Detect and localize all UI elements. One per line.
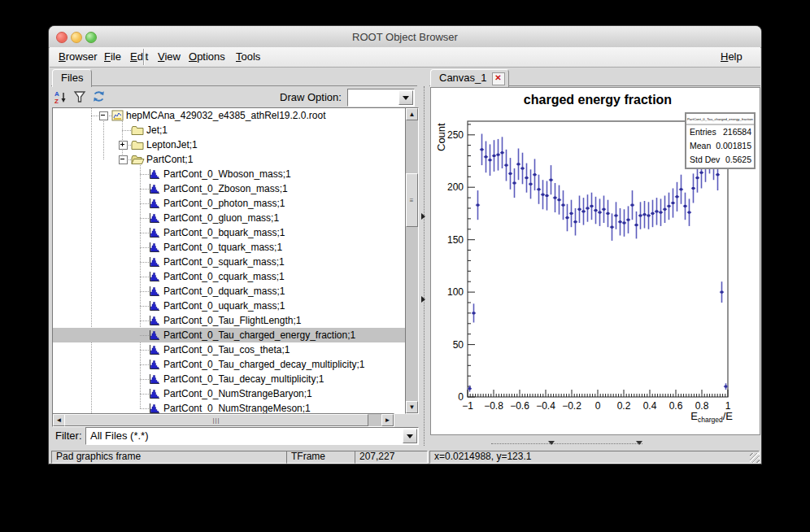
tree-item[interactable]: PartCont_0_bquark_mass;1 <box>53 225 405 240</box>
menu-item-options[interactable]: Options <box>182 50 232 64</box>
filter-dropdown-button[interactable] <box>403 429 417 443</box>
tree-item[interactable]: PartCont_0_Wboson_mass;1 <box>53 167 405 181</box>
chevron-down-icon <box>407 434 413 438</box>
tree-item[interactable]: PartCont_0_squark_mass;1 <box>53 255 405 269</box>
tab-files[interactable]: Files <box>52 69 92 87</box>
menu-item-tools[interactable]: Tools <box>229 50 267 64</box>
tree-item-label: PartCont_0_Tau_decay_multiplicity;1 <box>163 373 324 385</box>
panel-splitter[interactable] <box>424 86 425 446</box>
svg-text:Entries: Entries <box>690 127 716 137</box>
menu-separator <box>143 49 145 65</box>
tree-stub-line <box>122 130 131 131</box>
shutter-arrow-icon[interactable] <box>636 441 642 445</box>
tree-item[interactable]: LeptonJet;1 <box>53 137 405 152</box>
tree-item-label: PartCont_0_dquark_mass;1 <box>163 286 285 297</box>
tree-item[interactable]: PartCont_0_gluon_mass;1 <box>53 211 405 225</box>
histogram-plot[interactable]: charged energy fraction−1−0.8−0.6−0.4−0.… <box>431 88 760 434</box>
tree-stub-line <box>140 203 149 204</box>
close-icon[interactable]: ✕ <box>492 72 505 85</box>
vscrollbar-thumb[interactable]: ≡ <box>406 173 418 227</box>
svg-text:0: 0 <box>595 400 601 412</box>
scroll-up-icon[interactable]: ▲ <box>406 108 418 120</box>
collapse-icon[interactable] <box>99 111 108 120</box>
svg-text:Mean: Mean <box>690 141 711 150</box>
canvas-tab-label: Canvas_1 <box>439 72 487 84</box>
tree-hscrollbar[interactable]: ◄ ||| ► <box>52 413 394 427</box>
splitter-arrow-icon[interactable] <box>421 296 425 303</box>
tree-item[interactable]: Jet;1 <box>53 123 405 137</box>
draw-option-dropdown-button[interactable] <box>398 90 413 105</box>
tree-item-label: PartCont;1 <box>146 154 193 165</box>
tree-item-label: PartCont_0_Tau_cos_theta;1 <box>163 344 290 355</box>
tree-item-label: PartCont_0_NumStrangeBaryon;1 <box>163 388 312 399</box>
tree-item[interactable]: PartCont;1 <box>53 152 405 167</box>
menu-item-help[interactable]: Help <box>714 50 749 64</box>
status-pixel-coords: 207,227 <box>355 451 428 464</box>
canvas-pad[interactable]: charged energy fraction−1−0.8−0.6−0.4−0.… <box>430 87 760 435</box>
refresh-icon[interactable] <box>92 89 106 103</box>
status-data-coords: x=0.0214988, y=123.1 <box>429 451 760 464</box>
tree-item[interactable]: PartCont_0_Tau_decay_multiplicity;1 <box>53 372 405 386</box>
tree-item[interactable]: PartCont_0_Tau_cos_theta;1 <box>53 342 405 357</box>
collapse-icon[interactable] <box>119 155 128 164</box>
sort-az-icon[interactable]: AZ <box>54 89 68 104</box>
tree-item[interactable]: PartCont_0_dquark_mass;1 <box>53 284 405 299</box>
tree-item-label: PartCont_0_Tau_charged_decay_multiplicit… <box>163 359 364 370</box>
svg-text:−0.6: −0.6 <box>510 400 529 412</box>
svg-text:Count: Count <box>435 123 447 151</box>
tree-item[interactable]: PartCont_0_cquark_mass;1 <box>53 269 405 284</box>
tree-stub-line <box>140 364 149 365</box>
expand-icon[interactable] <box>119 141 128 150</box>
tree-stub-line <box>140 394 149 395</box>
filter-combobox[interactable]: All Files (*.*) <box>85 427 419 445</box>
tree-stub-line <box>140 306 149 307</box>
tree-item-label: PartCont_0_bquark_mass;1 <box>163 227 285 238</box>
file-tree[interactable]: hepMCAna_429032_e4385_athRel19.2.0.rootJ… <box>52 107 406 414</box>
shutter-arrow-icon[interactable] <box>548 441 555 445</box>
tree-vscrollbar[interactable]: ▲ ≡ ▼ <box>405 107 419 414</box>
svg-text:Z: Z <box>54 98 59 104</box>
tree-item-label: PartCont_0_Wboson_mass;1 <box>163 168 291 180</box>
svg-text:PartCont_0_Tau_charged_energy_: PartCont_0_Tau_charged_energy_fraction <box>687 117 754 121</box>
svg-text:0.5625: 0.5625 <box>725 155 751 164</box>
menu-item-browser[interactable]: Browser <box>52 50 104 64</box>
screen: ROOT Object Browser BrowserFileEditViewO… <box>0 0 810 532</box>
draw-option-combobox[interactable] <box>347 89 415 107</box>
svg-text:−1: −1 <box>462 400 473 412</box>
tree-stub-line <box>140 335 149 336</box>
filter-funnel-icon[interactable] <box>73 90 86 103</box>
tree-item[interactable]: PartCont_0_Tau_FlightLength;1 <box>53 313 405 328</box>
splitter-arrow-icon[interactable] <box>421 213 425 220</box>
tab-canvas-1[interactable]: Canvas_1 ✕ <box>430 69 509 87</box>
tree-item[interactable]: PartCont_0_NumStrangeMeson;1 <box>53 401 405 414</box>
tree-stub-line <box>140 291 149 292</box>
tree-item[interactable]: PartCont_0_Tau_charged_decay_multiplicit… <box>53 357 405 372</box>
resize-grip[interactable] <box>750 453 760 463</box>
tree-item[interactable]: hepMCAna_429032_e4385_athRel19.2.0.root <box>53 108 405 123</box>
tree-item-label: PartCont_0_NumStrangeMeson;1 <box>163 403 311 414</box>
svg-text:150: 150 <box>447 234 464 246</box>
tree-stub-line <box>140 321 149 321</box>
scroll-left-icon[interactable]: ◄ <box>53 414 65 426</box>
menu-item-edit[interactable]: Edit <box>124 50 155 64</box>
canvas-shutter <box>491 443 642 444</box>
stats-box: PartCont_0_Tau_charged_energy_fractionEn… <box>686 113 755 168</box>
tree-item-label: PartCont_0_Zboson_mass;1 <box>163 183 288 194</box>
tree-item-label: PartCont_0_tquark_mass;1 <box>163 242 282 253</box>
tree-item-label: PartCont_0_Tau_charged_energy_fraction;1 <box>163 329 355 341</box>
tree-item[interactable]: PartCont_0_tquark_mass;1 <box>53 240 405 255</box>
svg-text:Std Dev: Std Dev <box>690 155 721 164</box>
tree-item[interactable]: PartCont_0_Tau_charged_energy_fraction;1 <box>53 328 405 342</box>
tree-item[interactable]: PartCont_0_photon_mass;1 <box>53 196 405 211</box>
tree-stub-line <box>140 233 149 233</box>
tree-item[interactable]: PartCont_0_uquark_mass;1 <box>53 299 405 313</box>
tree-item-label: hepMCAna_429032_e4385_athRel19.2.0.root <box>126 110 326 121</box>
scroll-down-icon[interactable]: ▼ <box>406 401 418 413</box>
tree-item[interactable]: PartCont_0_Zboson_mass;1 <box>53 181 405 196</box>
svg-text:0: 0 <box>458 391 464 403</box>
hscrollbar-thumb[interactable]: ||| <box>64 414 368 426</box>
tree-stub-line <box>140 262 149 263</box>
tree-item[interactable]: PartCont_0_NumStrangeBaryon;1 <box>53 386 405 401</box>
scroll-right-icon[interactable]: ► <box>381 414 394 426</box>
svg-text:50: 50 <box>453 339 464 351</box>
